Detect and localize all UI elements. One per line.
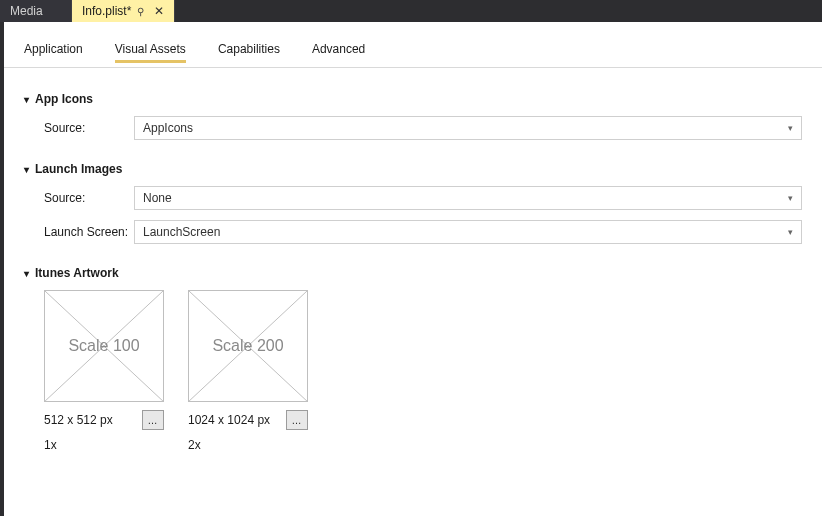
file-tab-label: Media xyxy=(10,4,43,18)
select-value: AppIcons xyxy=(143,121,193,135)
source-label: Source: xyxy=(44,121,134,135)
editor-workspace: Application Visual Assets Capabilities A… xyxy=(0,22,822,516)
launch-screen-label: Launch Screen: xyxy=(44,225,134,239)
subnav-advanced[interactable]: Advanced xyxy=(312,42,365,61)
caret-down-icon: ▾ xyxy=(788,227,793,237)
launch-images-source-select[interactable]: None ▾ xyxy=(134,186,802,210)
chevron-down-icon: ▾ xyxy=(24,164,29,175)
subnav-label: Capabilities xyxy=(218,42,280,56)
artwork-tile: Scale 100 512 x 512 px … 1x xyxy=(44,290,164,452)
browse-button[interactable]: … xyxy=(286,410,308,430)
artwork-placeholder-1x[interactable]: Scale 100 xyxy=(44,290,164,402)
subnav-application[interactable]: Application xyxy=(24,42,83,61)
section-itunes-artwork-header[interactable]: ▾ Itunes Artwork xyxy=(24,266,802,280)
pin-icon[interactable]: ⚲ xyxy=(137,6,144,17)
file-tab-info-plist[interactable]: Info.plist* ⚲ ✕ xyxy=(72,0,175,22)
subnav-visual-assets[interactable]: Visual Assets xyxy=(115,42,186,63)
select-value: None xyxy=(143,191,172,205)
editor-subnav: Application Visual Assets Capabilities A… xyxy=(4,22,822,68)
artwork-meta: 1024 x 1024 px … xyxy=(188,410,308,430)
artwork-tiles: Scale 100 512 x 512 px … 1x Scale 200 xyxy=(24,290,802,452)
section-launch-images-header[interactable]: ▾ Launch Images xyxy=(24,162,802,176)
chevron-down-icon: ▾ xyxy=(24,94,29,105)
subnav-capabilities[interactable]: Capabilities xyxy=(218,42,280,61)
artwork-dimensions: 1024 x 1024 px xyxy=(188,413,270,427)
chevron-down-icon: ▾ xyxy=(24,268,29,279)
file-tab-media[interactable]: Media xyxy=(0,0,72,22)
artwork-placeholder-2x[interactable]: Scale 200 xyxy=(188,290,308,402)
launch-images-source-row: Source: None ▾ xyxy=(24,186,802,210)
source-label: Source: xyxy=(44,191,134,205)
artwork-dimensions: 512 x 512 px xyxy=(44,413,113,427)
file-tab-label: Info.plist* xyxy=(82,4,131,18)
artwork-scale: 1x xyxy=(44,438,164,452)
section-title: App Icons xyxy=(35,92,93,106)
subnav-label: Application xyxy=(24,42,83,56)
artwork-tile: Scale 200 1024 x 1024 px … 2x xyxy=(188,290,308,452)
artwork-scale: 2x xyxy=(188,438,308,452)
placeholder-label: Scale 100 xyxy=(68,337,139,355)
section-app-icons-header[interactable]: ▾ App Icons xyxy=(24,92,802,106)
select-value: LaunchScreen xyxy=(143,225,220,239)
close-icon[interactable]: ✕ xyxy=(154,4,164,18)
launch-screen-row: Launch Screen: LaunchScreen ▾ xyxy=(24,220,802,244)
file-tabbar: Media Info.plist* ⚲ ✕ xyxy=(0,0,822,22)
placeholder-label: Scale 200 xyxy=(212,337,283,355)
subnav-label: Advanced xyxy=(312,42,365,56)
section-title: Launch Images xyxy=(35,162,122,176)
artwork-meta: 512 x 512 px … xyxy=(44,410,164,430)
launch-screen-select[interactable]: LaunchScreen ▾ xyxy=(134,220,802,244)
section-title: Itunes Artwork xyxy=(35,266,119,280)
caret-down-icon: ▾ xyxy=(788,123,793,133)
browse-button[interactable]: … xyxy=(142,410,164,430)
app-icons-source-select[interactable]: AppIcons ▾ xyxy=(134,116,802,140)
caret-down-icon: ▾ xyxy=(788,193,793,203)
subnav-label: Visual Assets xyxy=(115,42,186,56)
app-icons-source-row: Source: AppIcons ▾ xyxy=(24,116,802,140)
editor-content: ▾ App Icons Source: AppIcons ▾ ▾ Launch … xyxy=(4,68,822,452)
